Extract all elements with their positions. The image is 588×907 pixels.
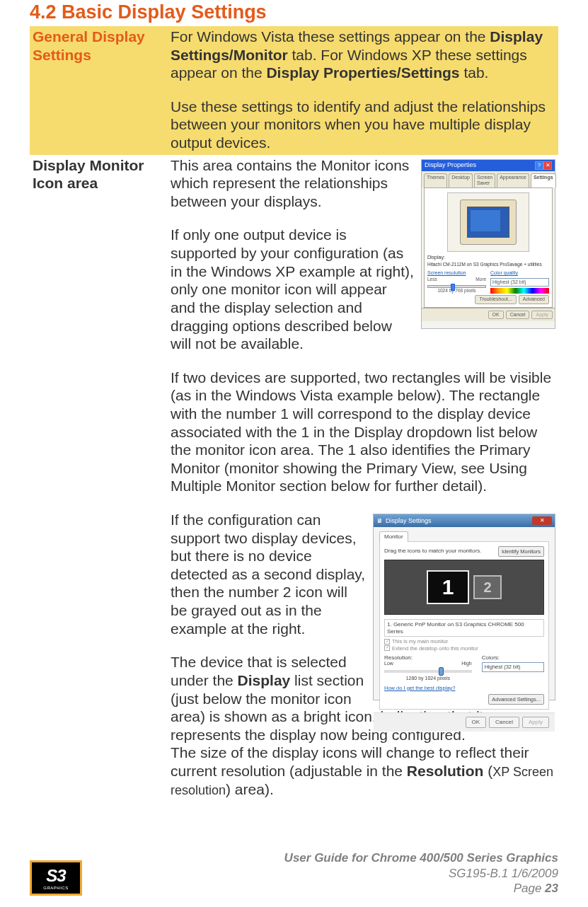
vista-colors-group: Colors: Highest (32 bit) — [482, 654, 544, 682]
xp-ok-button[interactable]: OK — [488, 311, 504, 320]
color-spectrum-icon — [490, 288, 549, 294]
footer-title: User Guide for Chrome 400/500 Series Gra… — [82, 850, 558, 865]
monitor-icon: 🖥 — [376, 517, 383, 525]
xp-color-quality-group: Color quality Highest (32 bit) — [490, 270, 549, 294]
xp-color-select[interactable]: Highest (32 bit) — [490, 278, 549, 287]
monitor-screen-icon — [467, 207, 509, 238]
xp-resolution-slider[interactable] — [427, 285, 486, 288]
vista-colors-select[interactable]: Highest (32 bit) — [482, 662, 544, 671]
vista-title-text: Display Settings — [386, 517, 432, 525]
xp-troubleshoot-button[interactable]: Troubleshoot... — [475, 295, 516, 304]
xp-title-text: Display Properties — [425, 161, 476, 169]
xp-advanced-button[interactable]: Advanced — [519, 295, 549, 304]
vista-drag-text: Drag the icons to match your monitors. — [384, 548, 481, 555]
xp-tab-themes[interactable]: Themes — [424, 173, 447, 187]
check-label: Extend the desktop onto this monitor — [392, 645, 478, 652]
footer-page-number: 23 — [545, 882, 558, 895]
xp-res-value: 1024 by 768 pixels — [427, 288, 486, 294]
logo-sub-text: GRAPHICS — [43, 886, 68, 890]
logo-main-text: S3 — [46, 866, 65, 886]
bold-text: Display — [238, 672, 291, 688]
identify-monitors-button[interactable]: Identify Monitors — [498, 546, 544, 557]
xp-display-value: Hitachi CM-2112M on S3 Graphics ProSavag… — [427, 262, 549, 267]
vista-res-value: 1280 by 1024 pixels — [384, 676, 472, 682]
page-footer: S3 GRAPHICS User Guide for Chrome 400/50… — [0, 850, 588, 896]
vista-res-label: Resolution: — [384, 654, 472, 662]
xp-cancel-button[interactable]: Cancel — [506, 311, 530, 320]
vista-display-select[interactable]: 1. Generic PnP Monitor on S3 Graphics CH… — [384, 619, 544, 637]
text: This area contains the Monitor icons whi… — [171, 157, 409, 209]
slider-thumb-icon[interactable] — [439, 667, 444, 676]
xp-tab-appearance[interactable]: Appearance — [497, 173, 529, 187]
xp-tab-settings[interactable]: Settings — [531, 173, 556, 187]
xp-titlebar: Display Properties ? ✕ — [422, 160, 555, 171]
bold-text: Resolution — [407, 763, 484, 779]
bold-text: Display Properties/Settings — [266, 64, 459, 81]
text: If the configuration can support two dis… — [171, 512, 365, 637]
row-general-label: General Display Settings — [30, 26, 168, 155]
vista-resolution-slider[interactable] — [384, 670, 472, 673]
vista-resolution-group: Resolution: Low High 1280 by 1024 pixels — [384, 654, 472, 682]
section-heading: 4.2 Basic Display Settings — [30, 1, 558, 23]
footer-page-label: Page — [514, 882, 545, 895]
text: For Windows Vista these settings appear … — [171, 28, 490, 45]
checkbox-icon: ✓ — [384, 639, 390, 645]
xp-res-less: Less — [427, 277, 437, 282]
xp-tab-screensaver[interactable]: Screen Saver — [474, 173, 495, 187]
vista-display-settings-screenshot: 🖥 Display Settings ✕ Monitor Drag the ic… — [373, 514, 555, 700]
text: tab. — [460, 64, 489, 81]
vista-main-monitor-checkbox[interactable]: ✓This is my main monitor — [384, 638, 544, 645]
checkbox-icon: ✓ — [384, 645, 390, 651]
close-icon[interactable]: ✕ — [543, 161, 552, 170]
monitor-icon[interactable] — [460, 200, 517, 245]
monitor-1-icon[interactable]: 1 — [427, 570, 469, 604]
vista-cancel-button[interactable]: Cancel — [489, 717, 519, 728]
text: If only one output device is supported b… — [171, 226, 414, 352]
vista-apply-button[interactable]: Apply — [522, 717, 549, 728]
xp-color-label: Color quality — [490, 270, 549, 277]
row-monitor-icon-label: Display Monitor Icon area — [30, 155, 168, 802]
xp-screen-res-label: Screen resolution — [427, 270, 486, 277]
vista-extend-desktop-checkbox[interactable]: ✓Extend the desktop onto this monitor — [384, 645, 544, 652]
monitor-2-icon[interactable]: 2 — [473, 575, 502, 599]
vista-res-low: Low — [384, 661, 393, 667]
xp-display-label: Display: — [427, 255, 549, 261]
help-icon[interactable]: ? — [535, 161, 543, 170]
vista-monitor-area: 1 2 — [384, 560, 544, 615]
settings-table: General Display Settings For Windows Vis… — [30, 26, 558, 802]
xp-tab-body: Display: Hitachi CM-2112M on S3 Graphics… — [424, 187, 553, 308]
vista-tab-monitor[interactable]: Monitor — [379, 531, 408, 542]
xp-res-more: More — [475, 277, 486, 282]
vista-help-link[interactable]: How do I get the best display? — [384, 685, 455, 691]
text: If two devices are supported, two rectan… — [171, 369, 551, 495]
row-general-settings: General Display Settings For Windows Vis… — [30, 26, 558, 155]
xp-monitor-preview-area — [447, 192, 529, 252]
xp-screen-resolution-group: Screen resolution Less More 1024 by 768 … — [427, 270, 486, 294]
vista-colors-label: Colors: — [482, 654, 544, 662]
footer-docinfo: SG195-B.1 1/6/2009 — [82, 866, 558, 881]
text: ( — [483, 763, 492, 779]
vista-titlebar: 🖥 Display Settings ✕ — [374, 514, 555, 527]
vista-res-high: High — [461, 661, 471, 667]
xp-apply-button[interactable]: Apply — [531, 311, 553, 320]
text: Use these settings to identify and adjus… — [171, 98, 546, 151]
xp-display-properties-screenshot: Display Properties ? ✕ Themes Desktop Sc… — [421, 159, 555, 329]
check-label: This is my main monitor — [392, 638, 448, 645]
text: ) area). — [226, 781, 274, 797]
s3-graphics-logo: S3 GRAPHICS — [30, 860, 82, 896]
close-icon[interactable]: ✕ — [532, 516, 552, 525]
vista-ok-button[interactable]: OK — [466, 717, 487, 728]
advanced-settings-button[interactable]: Advanced Settings... — [488, 694, 544, 705]
row-monitor-icon-area: Display Monitor Icon area Display Proper… — [30, 155, 558, 802]
row-general-body: For Windows Vista these settings appear … — [168, 26, 558, 155]
vista-panel: Drag the icons to match your monitors. I… — [379, 541, 549, 710]
xp-tab-desktop[interactable]: Desktop — [449, 173, 473, 187]
slider-thumb-icon[interactable] — [451, 284, 455, 291]
row-monitor-icon-body: Display Properties ? ✕ Themes Desktop Sc… — [168, 155, 558, 802]
xp-tabs: Themes Desktop Screen Saver Appearance S… — [422, 171, 555, 187]
